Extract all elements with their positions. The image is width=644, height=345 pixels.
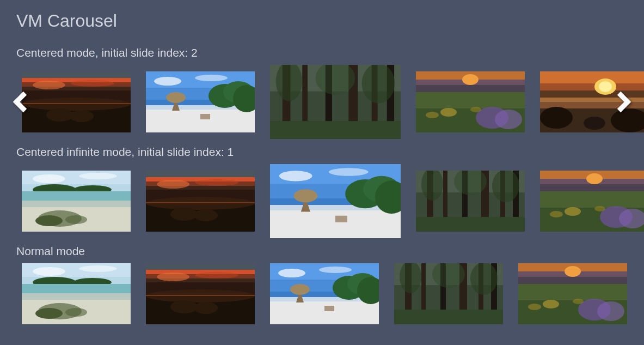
meadow-flowers-image [540, 171, 644, 232]
carousel-slide[interactable] [22, 171, 131, 232]
beach-umbrella-image [146, 71, 255, 132]
meadow-flowers-image [518, 263, 627, 324]
carousel-track [16, 263, 628, 324]
forest-path-image [270, 65, 401, 139]
carousel [16, 65, 628, 139]
tropical-beach-image [22, 263, 131, 324]
page-title: VM Carousel [16, 11, 628, 31]
carousel-slide[interactable] [416, 71, 525, 132]
carousel-track [16, 164, 628, 238]
sunset-pipes-image [22, 71, 131, 132]
carousel-slide[interactable] [146, 263, 255, 324]
carousel-slide[interactable] [22, 263, 131, 324]
carousel-slide[interactable] [540, 171, 644, 232]
beach-umbrella-image [270, 164, 401, 238]
carousel-slide[interactable] [394, 263, 503, 324]
sunset-pipes-image [146, 171, 255, 232]
carousel-title: Centered mode, initial slide index: 2 [16, 46, 628, 59]
carousel-track [16, 65, 628, 139]
carousel-slide[interactable] [146, 71, 255, 132]
carousel-slide[interactable] [416, 171, 525, 232]
carousel-title: Normal mode [16, 245, 628, 258]
beach-umbrella-image [270, 263, 379, 324]
forest-path-image [394, 263, 503, 324]
forest-path-image [416, 171, 525, 232]
carousel-slide[interactable] [270, 263, 379, 324]
carousel-slide[interactable] [270, 65, 401, 139]
chevron-right-icon[interactable] [614, 89, 633, 115]
carousel-slide[interactable] [518, 263, 627, 324]
carousel [16, 263, 628, 324]
carousel-slide[interactable] [146, 171, 255, 232]
carousel [16, 164, 628, 238]
carousel-slide[interactable] [270, 164, 401, 238]
carousel-title: Centered infinite mode, initial slide in… [16, 146, 628, 159]
meadow-flowers-image [416, 71, 525, 132]
chevron-left-icon[interactable] [11, 89, 30, 115]
carousel-slide[interactable] [22, 71, 131, 132]
sunset-pipes-image [146, 263, 255, 324]
tropical-beach-image [22, 171, 131, 232]
